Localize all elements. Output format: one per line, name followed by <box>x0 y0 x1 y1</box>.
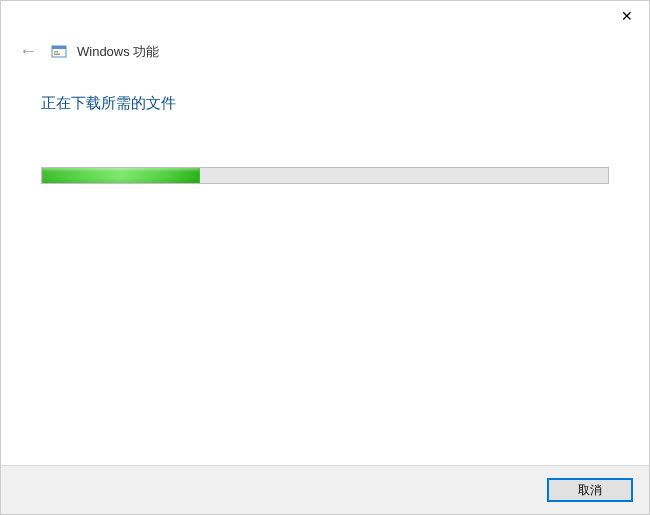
svg-rect-2 <box>54 51 58 53</box>
titlebar: ✕ <box>1 1 649 31</box>
status-text: 正在下载所需的文件 <box>41 94 609 113</box>
close-button[interactable]: ✕ <box>613 5 641 27</box>
progress-bar <box>41 167 609 184</box>
dialog-footer: 取消 <box>1 465 649 514</box>
progress-fill <box>42 168 200 183</box>
svg-rect-3 <box>54 53 60 55</box>
dialog-window: ✕ ← Windows 功能 正在下载所需的文件 取消 <box>0 0 650 515</box>
back-arrow-icon[interactable]: ← <box>15 39 41 64</box>
dialog-content: 正在下载所需的文件 <box>1 72 649 465</box>
svg-rect-1 <box>52 46 66 49</box>
dialog-header: ← Windows 功能 <box>1 31 649 72</box>
header-title: Windows 功能 <box>77 43 159 61</box>
close-icon: ✕ <box>621 8 633 24</box>
windows-feature-icon <box>51 44 67 60</box>
cancel-button[interactable]: 取消 <box>547 478 633 502</box>
